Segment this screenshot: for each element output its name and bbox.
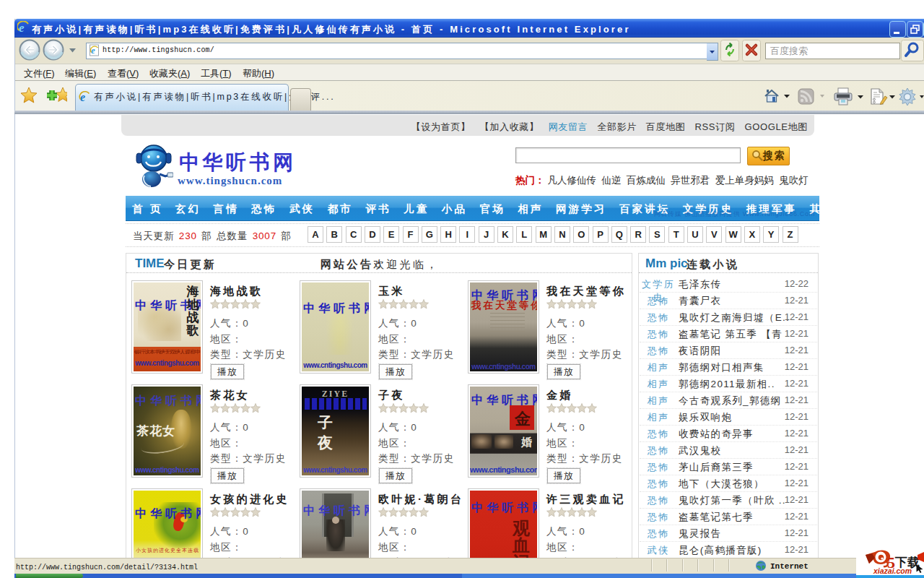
svg-text:xiazai.com: xiazai.com [873,566,912,575]
